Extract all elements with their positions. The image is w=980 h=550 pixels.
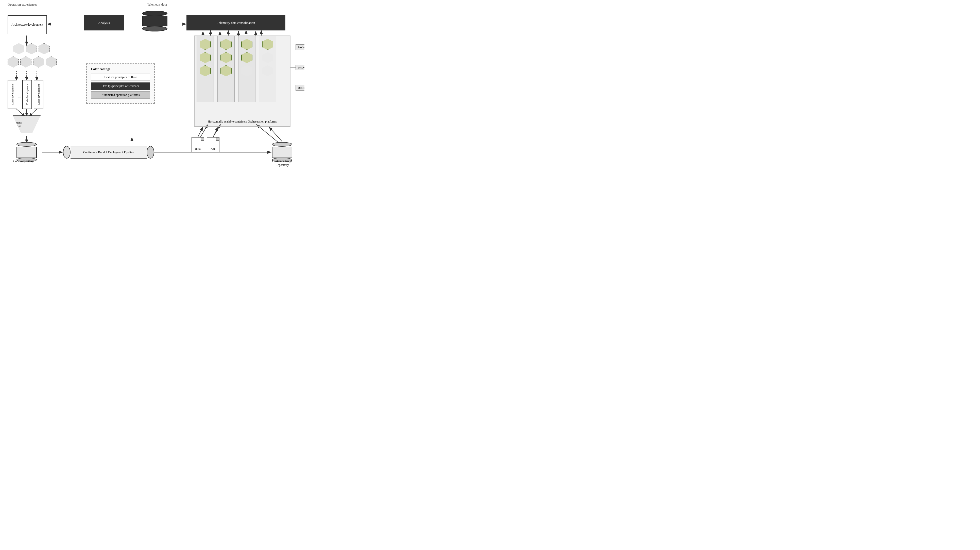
pillar-2 [217,36,235,102]
operation-experiences-label: Operation experiences [8,3,37,6]
legend-title: Color coding: [91,67,150,71]
production-env-box: Production environment [296,45,304,50]
ci-label: Continuous Integration [3,121,28,127]
telemetry-data-label: Telemetry data [147,3,167,6]
app-doc: App [207,137,220,152]
test-env-box: Test/validation enviroment [296,65,304,70]
infra-doc: Infra [191,137,204,152]
hex-bot-4 [46,56,57,67]
telemetry-drum [142,11,167,32]
container-top [272,142,292,147]
orchestration-label: Horizontally scalable containers Orchest… [194,119,290,124]
analysis-box: Analysis [84,15,124,30]
pipeline-right-cap [146,146,154,159]
code-repo-label: Code Repository [10,159,38,163]
legend-box: Color coding: DevOps principles of flow … [86,64,155,104]
legend-flow-item: DevOps principles of flow [91,73,150,81]
hex-row-top [13,43,50,54]
drum-body [142,16,167,26]
container-body [272,147,292,158]
hex-p4-3 [262,65,273,76]
pillar-1 [197,36,214,102]
svg-line-31 [198,127,203,137]
telemetry-consolidation-box: Telemetry data consolidation [186,15,285,30]
infra-label: Infra [192,147,204,150]
drum-top [142,11,167,16]
hex-p3-1 [241,39,253,50]
hex-p1-2 [200,52,211,63]
diagram: Operation experiences Telemetry data Arc… [0,0,304,173]
hex-p2-1 [220,39,232,50]
hex-bot-1 [8,56,19,67]
hex-row-bottom [8,56,57,67]
hex-bot-2 [20,56,32,67]
hex-p4-2 [262,52,273,63]
cylinder-body [16,147,37,158]
hex-p4-1 [262,39,273,50]
hex-top-3 [38,43,50,54]
hex-p2-2 [220,52,232,63]
dev-env-box: Development environment [296,85,304,91]
code-dev-box-2: Code development [22,80,32,109]
hex-p3-2 [241,52,253,63]
drum-bottom [142,26,167,32]
app-label: App [207,147,219,150]
hex-p1-1 [200,39,211,50]
hex-top-2 [26,43,37,54]
legend-automated-item: Automated operation platforms [91,91,150,99]
pipeline-body: Continuous Build + Deployment Pipeline [70,146,146,159]
pipeline-label: Continuous Build + Deployment Pipeline [81,151,136,154]
cylinder-top [16,142,37,147]
hex-bot-3 [33,56,44,67]
hex-p3-3 [241,65,253,76]
orchestration-area: Horizontally scalable containers Orchest… [194,35,291,127]
hex-top-1 [13,43,24,54]
code-dev-box-1: Code development [8,80,17,109]
hex-p2-3 [220,65,232,76]
ellipsis: ... [18,94,21,99]
legend-feedback-item: DevOps principles of feedback [91,83,150,90]
code-dev-box-3: Code development [34,80,43,109]
svg-line-33 [269,127,282,141]
pipeline: Continuous Build + Deployment Pipeline [63,146,154,159]
container-repo-label: Container Image Repository [265,159,299,167]
hex-p1-3 [200,65,211,76]
architecture-development-box: Architecture development [8,15,47,34]
svg-line-32 [213,127,218,137]
pillar-4 [259,36,276,102]
pipeline-left-cap [63,146,70,159]
pillar-3 [238,36,256,102]
